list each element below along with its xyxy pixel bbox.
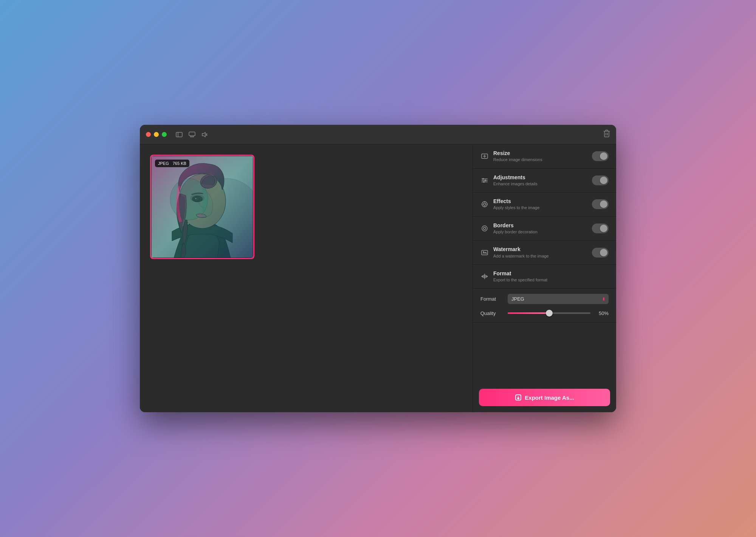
borders-icon — [480, 224, 489, 233]
quality-slider-wrapper — [508, 309, 590, 317]
borders-title: Borders — [493, 222, 587, 229]
effects-text: Effects Apply styles to the image — [493, 198, 587, 211]
main-content: JPEG 765 KB — [140, 144, 616, 412]
quality-slider-thumb[interactable] — [546, 310, 553, 317]
watermark-toggle-knob — [600, 249, 607, 256]
svg-point-31 — [483, 181, 485, 183]
format-subtitle: Export to the specified format — [493, 277, 609, 283]
watermark-row: Watermark Add a watermark to the image — [473, 241, 616, 265]
format-select-wrapper: JPEG PNG WebP HEIC TIFF ⬍ — [508, 294, 609, 304]
resize-row: Resize Reduce image dimensions — [473, 144, 616, 169]
adjustments-icon — [480, 176, 489, 185]
format-select[interactable]: JPEG PNG WebP HEIC TIFF — [508, 294, 609, 304]
app-window: JPEG 765 KB — [140, 125, 616, 412]
borders-row: Borders Apply border decoration — [473, 217, 616, 241]
settings-panel: Resize Reduce image dimensions — [472, 144, 616, 412]
resize-toggle[interactable] — [592, 151, 609, 161]
svg-point-29 — [482, 178, 484, 180]
image-selection-border — [150, 155, 254, 259]
effects-icon — [480, 200, 489, 208]
preview-panel: JPEG 765 KB — [140, 144, 472, 412]
maximize-button[interactable] — [162, 132, 167, 137]
export-button-label: Export Image As... — [525, 394, 574, 401]
effects-row: Effects Apply styles to the image — [473, 192, 616, 217]
export-button[interactable]: Export Image As... — [479, 389, 610, 406]
format-controls: Format JPEG PNG WebP HEIC TIFF ⬍ — [473, 289, 616, 322]
borders-toggle-knob — [600, 225, 607, 232]
format-header: Format Export to the specified format — [473, 265, 616, 289]
quality-value: 50% — [595, 310, 609, 316]
titlebar — [140, 125, 616, 144]
quality-label: Quality — [480, 310, 503, 316]
image-size-badge: 765 KB — [173, 161, 186, 166]
borders-subtitle: Apply border decoration — [493, 229, 587, 235]
image-info-badge: JPEG 765 KB — [155, 160, 189, 167]
format-section: Format Export to the specified format Fo… — [473, 265, 616, 323]
svg-point-41 — [483, 251, 484, 252]
resize-subtitle: Reduce image dimensions — [493, 157, 587, 163]
quality-slider-track — [508, 312, 590, 314]
adjustments-text: Adjustments Enhance images details — [493, 174, 587, 187]
adjustments-row: Adjustments Enhance images details — [473, 169, 616, 193]
quality-control-row: Quality 50% — [480, 309, 609, 317]
display-icon[interactable] — [189, 132, 195, 137]
format-title: Format — [493, 270, 609, 277]
close-button[interactable] — [146, 132, 151, 137]
watermark-text: Watermark Add a watermark to the image — [493, 246, 587, 259]
titlebar-tools — [176, 132, 208, 138]
svg-point-38 — [482, 226, 487, 231]
watermark-toggle[interactable] — [592, 248, 609, 258]
sidebar-toggle-icon[interactable] — [176, 132, 183, 137]
adjustments-subtitle: Enhance images details — [493, 181, 587, 187]
svg-point-30 — [485, 180, 486, 181]
export-icon — [515, 394, 522, 401]
adjustments-toggle[interactable] — [592, 175, 609, 185]
adjustments-toggle-knob — [600, 177, 607, 184]
svg-marker-6 — [202, 132, 205, 137]
format-icon — [480, 272, 489, 281]
mute-icon[interactable] — [201, 132, 208, 138]
svg-rect-0 — [176, 132, 182, 137]
format-control-row: Format JPEG PNG WebP HEIC TIFF ⬍ — [480, 294, 609, 304]
svg-point-39 — [483, 227, 486, 230]
effects-toggle-knob — [600, 200, 607, 208]
minimize-button[interactable] — [154, 132, 159, 137]
svg-rect-2 — [189, 132, 195, 136]
image-container: JPEG 765 KB — [151, 156, 253, 258]
watermark-title: Watermark — [493, 246, 587, 253]
effects-toggle[interactable] — [592, 199, 609, 209]
titlebar-right — [603, 130, 610, 139]
resize-toggle-knob — [600, 152, 607, 160]
borders-toggle[interactable] — [592, 223, 609, 233]
svg-point-32 — [482, 202, 487, 207]
format-text: Format Export to the specified format — [493, 270, 609, 283]
traffic-lights — [146, 132, 167, 137]
effects-subtitle: Apply styles to the image — [493, 205, 587, 211]
resize-text: Resize Reduce image dimensions — [493, 150, 587, 163]
effects-title: Effects — [493, 198, 587, 205]
image-format-badge: JPEG — [158, 161, 169, 166]
watermark-subtitle: Add a watermark to the image — [493, 253, 587, 259]
resize-title: Resize — [493, 150, 587, 157]
delete-icon[interactable] — [603, 131, 610, 139]
borders-text: Borders Apply border decoration — [493, 222, 587, 235]
watermark-icon — [480, 248, 489, 257]
quality-slider-fill — [508, 312, 549, 314]
format-label: Format — [480, 296, 503, 302]
resize-icon — [480, 152, 489, 160]
svg-point-33 — [483, 203, 486, 205]
adjustments-title: Adjustments — [493, 174, 587, 181]
